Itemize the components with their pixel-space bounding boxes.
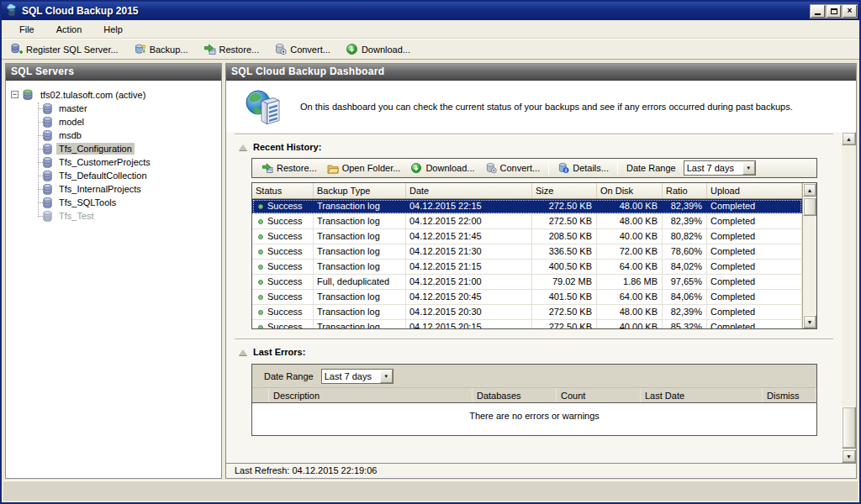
server-tree: − tfs02.tulasoft.com (active) master mod… bbox=[6, 81, 221, 478]
tree-node-database[interactable]: Tfs_SQLTools bbox=[6, 196, 221, 209]
status-text: Success bbox=[267, 201, 303, 211]
ratio-cell: 85,32% bbox=[663, 320, 707, 328]
col-backup-type[interactable]: Backup Type bbox=[314, 183, 406, 198]
table-row[interactable]: Success Transaction log 04.12.2015 22:15… bbox=[252, 199, 802, 214]
date-cell: 04.12.2015 22:15 bbox=[406, 199, 532, 213]
table-scrollbar[interactable]: ▲ ▼ bbox=[802, 183, 816, 328]
tree-node-database[interactable]: master bbox=[6, 102, 221, 115]
table-row[interactable]: Success Transaction log 04.12.2015 20:30… bbox=[252, 305, 802, 320]
window-title: SQL Cloud Backup 2015 bbox=[22, 5, 811, 17]
convert-button[interactable]: Convert... bbox=[269, 41, 335, 57]
col-count[interactable]: Count bbox=[557, 388, 641, 402]
col-on-disk[interactable]: On Disk bbox=[597, 183, 663, 198]
ratio-cell: 82,39% bbox=[663, 214, 707, 228]
rh-restore-button[interactable]: Restore... bbox=[256, 161, 322, 175]
col-databases[interactable]: Databases bbox=[473, 388, 557, 402]
tree-node-database-disabled[interactable]: Tfs_Test bbox=[6, 209, 221, 223]
tree-node-database[interactable]: msdb bbox=[6, 129, 221, 142]
rh-convert-label: Convert... bbox=[500, 163, 541, 173]
table-row[interactable]: Success Transaction log 04.12.2015 21:15… bbox=[252, 260, 802, 275]
server-name: tfs02.tulasoft.com (active) bbox=[38, 89, 148, 101]
table-row[interactable]: Success Full, deduplicated 04.12.2015 21… bbox=[252, 275, 802, 290]
download-globe-icon bbox=[410, 162, 422, 174]
tree-node-database-selected[interactable]: Tfs_Configuration bbox=[6, 142, 221, 155]
database-icon bbox=[43, 130, 52, 141]
rh-details-button[interactable]: Details... bbox=[552, 161, 614, 175]
tree-node-database[interactable]: Tfs_InternalProjects bbox=[6, 182, 221, 196]
table-row[interactable]: Success Transaction log 04.12.2015 20:45… bbox=[252, 290, 802, 305]
date-range-value: Last 7 days bbox=[684, 161, 742, 175]
rh-open-folder-button[interactable]: Open Folder... bbox=[322, 162, 406, 175]
maximize-button[interactable] bbox=[827, 5, 841, 18]
database-icon bbox=[43, 157, 52, 168]
tree-node-server[interactable]: − tfs02.tulasoft.com (active) bbox=[6, 87, 221, 102]
date-cell: 04.12.2015 22:00 bbox=[406, 214, 532, 228]
table-row[interactable]: Success Transaction log 04.12.2015 22:00… bbox=[252, 214, 802, 229]
col-date[interactable]: Date bbox=[406, 183, 532, 198]
tree-node-database[interactable]: Tfs_DefaultCollection bbox=[6, 169, 221, 182]
scrollbar-thumb[interactable] bbox=[803, 197, 816, 216]
open-folder-icon bbox=[327, 163, 339, 174]
backup-type-cell: Transaction log bbox=[314, 290, 406, 304]
database-name: Tfs_Configuration bbox=[56, 143, 135, 155]
collapse-triangle-icon[interactable] bbox=[239, 349, 247, 355]
errors-header-row: Description Databases Count Last Date Di… bbox=[252, 387, 816, 403]
ratio-cell: 78,60% bbox=[663, 244, 707, 259]
backup-type-cell: Transaction log bbox=[314, 214, 406, 228]
col-upload[interactable]: Upload bbox=[707, 183, 802, 198]
rh-download-button[interactable]: Download... bbox=[405, 161, 479, 175]
download-button[interactable]: Download... bbox=[341, 41, 415, 57]
minimize-button[interactable] bbox=[811, 5, 825, 18]
database-name: model bbox=[56, 116, 87, 128]
col-size[interactable]: Size bbox=[532, 183, 597, 198]
register-sql-server-label: Register SQL Server... bbox=[26, 45, 119, 55]
restore-icon bbox=[203, 43, 216, 55]
success-status-icon bbox=[258, 325, 263, 328]
errors-empty-message: There are no errors or warnings bbox=[252, 403, 816, 435]
collapse-triangle-icon[interactable] bbox=[239, 144, 247, 150]
database-name: Tfs_InternalProjects bbox=[56, 183, 144, 195]
on-disk-cell: 48.00 KB bbox=[597, 214, 663, 228]
col-description[interactable]: Description bbox=[269, 388, 473, 402]
rh-convert-button[interactable]: Convert... bbox=[480, 161, 546, 175]
menu-help[interactable]: Help bbox=[92, 22, 134, 37]
status-text: Success bbox=[267, 291, 303, 302]
scroll-down-button[interactable]: ▼ bbox=[803, 315, 816, 328]
backup-label: Backup... bbox=[150, 45, 188, 55]
ratio-cell: 97,65% bbox=[663, 275, 707, 289]
close-button[interactable]: × bbox=[843, 5, 857, 18]
tree-collapse-toggle[interactable]: − bbox=[11, 91, 18, 98]
col-dismiss[interactable]: Dismiss bbox=[763, 388, 816, 402]
scroll-down-button[interactable]: ▼ bbox=[842, 449, 856, 463]
server-database-icon bbox=[22, 89, 34, 101]
register-sql-server-button[interactable]: Register SQL Server... bbox=[5, 41, 124, 57]
title-bar[interactable]: SQL Cloud Backup 2015 × bbox=[2, 2, 859, 20]
scroll-up-button[interactable]: ▲ bbox=[803, 183, 816, 197]
recent-history-table: Status Backup Type Date Size On Disk Rat… bbox=[251, 182, 817, 329]
backup-type-cell: Transaction log bbox=[314, 199, 406, 213]
last-refresh-status: Last Refresh: 04.12.2015 22:19:06 bbox=[226, 463, 856, 478]
success-status-icon bbox=[258, 280, 263, 285]
menu-action[interactable]: Action bbox=[45, 22, 93, 37]
errors-date-range-select[interactable]: Last 7 days ▼ bbox=[321, 369, 394, 384]
database-icon bbox=[43, 117, 52, 128]
scrollbar-thumb[interactable] bbox=[842, 407, 856, 449]
upload-cell: Completed bbox=[707, 260, 802, 274]
col-ratio[interactable]: Ratio bbox=[663, 183, 707, 198]
scroll-up-button[interactable]: ▲ bbox=[842, 132, 856, 145]
chevron-down-icon[interactable]: ▼ bbox=[742, 161, 755, 175]
dashboard-scrollbar[interactable]: ▲ ▼ bbox=[842, 132, 856, 463]
table-row[interactable]: Success Transaction log 04.12.2015 20:15… bbox=[252, 320, 802, 328]
menu-file[interactable]: File bbox=[8, 22, 45, 37]
date-range-select[interactable]: Last 7 days ▼ bbox=[684, 160, 756, 176]
restore-button[interactable]: Restore... bbox=[198, 41, 265, 57]
chevron-down-icon[interactable]: ▼ bbox=[380, 370, 393, 383]
backup-type-cell: Transaction log bbox=[314, 260, 406, 274]
table-row[interactable]: Success Transaction log 04.12.2015 21:30… bbox=[252, 244, 802, 260]
tree-node-database[interactable]: model bbox=[6, 115, 221, 129]
col-status[interactable]: Status bbox=[252, 183, 314, 198]
backup-button[interactable]: Backup... bbox=[129, 41, 193, 57]
table-row[interactable]: Success Transaction log 04.12.2015 21:45… bbox=[252, 229, 802, 244]
col-last-date[interactable]: Last Date bbox=[641, 388, 763, 402]
tree-node-database[interactable]: Tfs_CustomerProjects bbox=[6, 155, 221, 169]
